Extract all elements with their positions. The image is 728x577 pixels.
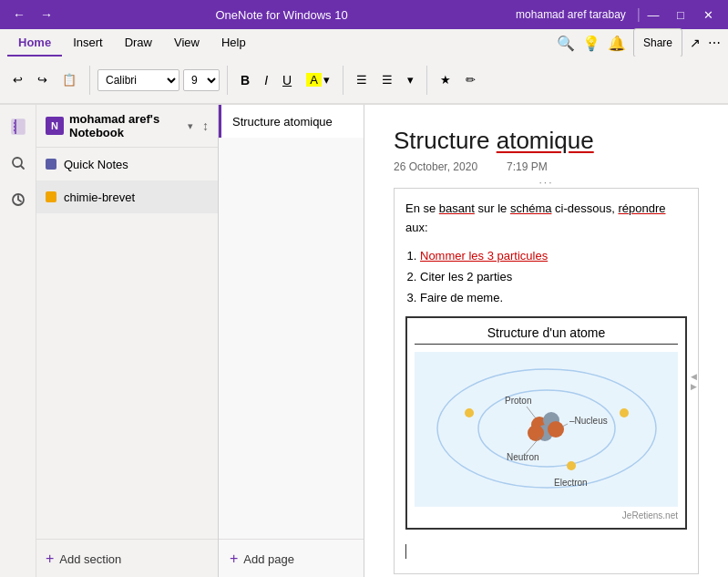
pages-panel: Structure atomique + Add page	[219, 105, 364, 577]
list-item-3: Faire de meme.	[420, 287, 687, 308]
page-title: Structure atomique	[394, 127, 699, 155]
atom-diagram-title: Structure d'un atome	[415, 325, 678, 345]
underline-button[interactable]: U	[277, 66, 297, 95]
numbered-list-button[interactable]: ☰	[376, 66, 398, 95]
highlight-icon: A	[306, 73, 322, 87]
highlight-dropdown-icon[interactable]: ▾	[323, 73, 330, 87]
tab-draw[interactable]: Draw	[114, 29, 163, 57]
content-area: Structure atomique 26 October, 2020 7:19…	[364, 105, 728, 577]
back-button[interactable]: ←	[7, 5, 31, 24]
page-content-block: ··· ◀ ▶ En se basant sur le schéma ci-de…	[394, 188, 699, 574]
search-sidebar-icon	[11, 156, 26, 170]
svg-point-21	[465, 408, 474, 417]
star-tag-button[interactable]: ★	[435, 66, 456, 95]
bullet-list-button[interactable]: ☰	[351, 66, 373, 95]
more-icon[interactable]: ⋯	[708, 36, 721, 50]
tab-home[interactable]: Home	[7, 29, 62, 57]
basant-underlined: basant	[439, 201, 475, 215]
list-dropdown-button[interactable]: ▾	[402, 66, 419, 95]
separator-2	[227, 66, 228, 95]
add-page-label: Add page	[243, 552, 294, 566]
pen-button[interactable]: ✏	[460, 66, 481, 95]
tab-insert[interactable]: Insert	[62, 29, 114, 57]
page-time: 7:19 PM	[507, 160, 548, 173]
numbered-list-icon: ☰	[382, 73, 393, 87]
add-section-label: Add section	[59, 552, 121, 566]
dots-menu[interactable]: ···	[538, 176, 553, 189]
svg-text:Proton: Proton	[505, 396, 531, 406]
search-sidebar-btn[interactable]	[4, 149, 33, 178]
schema-underlined: schéma	[510, 201, 552, 215]
user-name: mohamad aref tarabay	[505, 8, 637, 21]
history-sidebar-btn[interactable]	[4, 185, 33, 214]
separator-3	[343, 66, 343, 95]
page-label-structure: Structure atomique	[232, 115, 333, 129]
repondre-underlined: répondre	[618, 201, 665, 215]
lightbulb-icon[interactable]: 💡	[582, 35, 600, 52]
nommer-text: Nommer les 3 particules	[420, 249, 548, 263]
share-button[interactable]: Share	[633, 28, 682, 57]
page-title-underlined: atomique	[497, 127, 594, 154]
fullscreen-icon[interactable]: ↗	[690, 36, 701, 50]
svg-point-22	[620, 408, 629, 417]
clipboard-button[interactable]: 📋	[56, 66, 82, 95]
title-bar: ← → OneNote for Windows 10 mohamad aref …	[0, 0, 728, 29]
svg-line-18	[527, 407, 536, 418]
resize-handle-area: ◀ ▶	[691, 371, 697, 390]
right-arrow-icon: ▶	[691, 381, 697, 390]
list-item-1: Nommer les 3 particules	[420, 245, 687, 266]
maximize-button[interactable]: □	[668, 4, 693, 26]
page-date: 26 October, 2020	[394, 160, 477, 173]
notebook-icon	[10, 118, 26, 135]
section-label-chimie: chimie-brevet	[64, 191, 135, 204]
svg-line-16	[562, 424, 568, 427]
notebook-icon-btn[interactable]	[4, 112, 33, 141]
svg-text:–Nucleus: –Nucleus	[569, 416, 608, 426]
bullet-list-icon: ☰	[356, 73, 367, 87]
font-size-selector[interactable]: 9	[183, 69, 220, 91]
tab-help[interactable]: Help	[210, 29, 257, 57]
minimize-button[interactable]: —	[641, 4, 666, 26]
diagram-credit: JeRetiens.net	[415, 510, 678, 520]
notebook-icon-badge: N	[46, 117, 64, 135]
section-color-chimie	[46, 191, 56, 202]
list-item-2: Citer les 2 parties	[420, 266, 687, 287]
bell-icon[interactable]: 🔔	[608, 35, 626, 52]
svg-point-13	[548, 421, 564, 438]
section-color-quick-notes	[46, 159, 56, 170]
atom-svg: –Nucleus Proton Neutron	[419, 358, 674, 500]
bold-button[interactable]: B	[235, 66, 255, 95]
notebook-header[interactable]: N mohamad aref's Notebook ▾ ↕	[36, 105, 218, 148]
forward-button[interactable]: →	[35, 5, 58, 24]
page-item-structure[interactable]: Structure atomique	[219, 105, 364, 138]
window-controls: — □ ✕	[641, 4, 721, 26]
highlight-button[interactable]: A ▾	[301, 66, 335, 95]
separator-4	[426, 66, 427, 95]
pages-footer: + Add page	[219, 539, 364, 577]
italic-button[interactable]: I	[259, 66, 273, 95]
undo-button[interactable]: ↩	[7, 66, 28, 95]
close-button[interactable]: ✕	[695, 4, 721, 26]
font-selector[interactable]: Calibri	[97, 69, 179, 91]
ribbon-tabs: Home Insert Draw View Help 🔍 💡 🔔 Share ↗…	[0, 29, 728, 57]
svg-text:Electron: Electron	[554, 478, 588, 488]
sections-footer: + Add section	[36, 539, 218, 577]
page-canvas[interactable]: Structure atomique 26 October, 2020 7:19…	[364, 105, 728, 577]
separator-1	[89, 66, 90, 95]
sort-icon[interactable]: ↕	[202, 118, 209, 133]
section-item-quick-notes[interactable]: Quick Notes	[36, 148, 218, 180]
search-icon[interactable]: 🔍	[557, 35, 575, 52]
chevron-down-icon: ▾	[188, 120, 193, 132]
icon-sidebar	[0, 105, 36, 577]
section-item-chimie[interactable]: chimie-brevet	[36, 180, 218, 213]
add-section-button[interactable]: + Add section	[46, 551, 121, 567]
tab-view[interactable]: View	[163, 29, 210, 57]
ribbon: Home Insert Draw View Help 🔍 💡 🔔 Share ↗…	[0, 29, 728, 105]
redo-button[interactable]: ↪	[32, 66, 53, 95]
svg-point-14	[528, 425, 544, 441]
section-label-quick-notes: Quick Notes	[64, 158, 128, 171]
add-page-button[interactable]: + Add page	[230, 551, 294, 567]
main-container: N mohamad aref's Notebook ▾ ↕ Quick Note…	[0, 105, 728, 577]
text-cursor-area[interactable]	[405, 537, 687, 562]
atom-svg-container: –Nucleus Proton Neutron	[415, 352, 678, 507]
